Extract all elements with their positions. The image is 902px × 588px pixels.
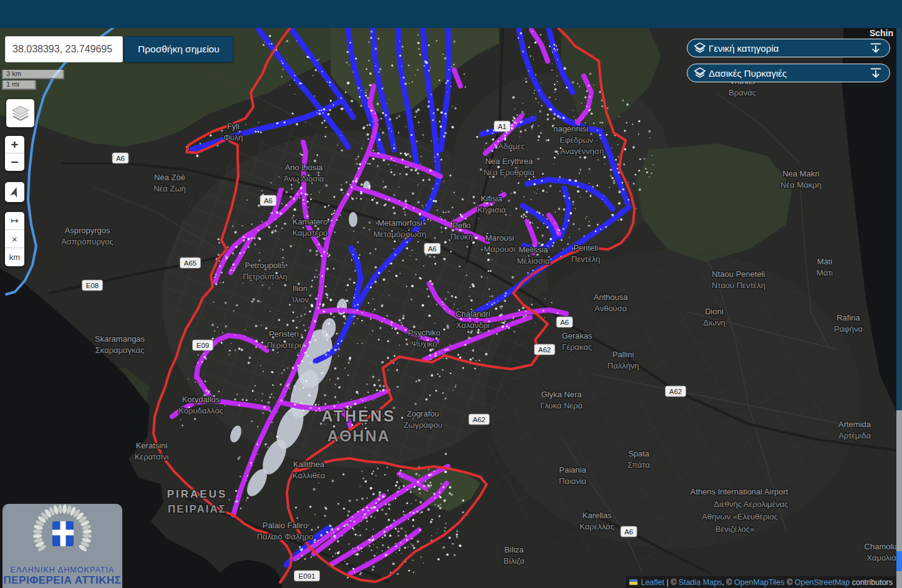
expand-tool-button[interactable]: ↦ <box>5 212 24 230</box>
map-place-label: Καλλιθέα <box>293 471 326 480</box>
dropdown-general-category[interactable]: Γενική κατηγορία <box>687 39 890 57</box>
map-place-label: Kallithea <box>293 460 325 469</box>
map-place-label: Αθηνών «Ελευθέριος <box>702 512 778 521</box>
map-place-label: Metamorfosi <box>377 218 422 228</box>
map-place-label: Korydallos <box>182 395 220 404</box>
svg-text:A6: A6 <box>624 528 633 536</box>
map-place-label: Βενιζέλος» <box>715 524 754 534</box>
dropdown-label: Δασικές Πυρκαγιές <box>709 68 868 79</box>
map-place-label: Anthousa <box>594 292 629 302</box>
leaflet-link[interactable]: Leaflet <box>641 578 664 587</box>
map-place-label: ATHENS <box>322 407 396 425</box>
map-place-label: Keratsini <box>136 441 168 450</box>
map-place-label: Κηφισιά <box>477 205 506 214</box>
map-place-label: Νέα Μάκρη <box>780 180 822 190</box>
map-place-label: Ilion <box>293 284 308 293</box>
unit-km-button[interactable]: km <box>5 248 24 266</box>
download-icon[interactable] <box>868 67 883 79</box>
road-shield: A6 <box>556 317 573 327</box>
map-place-label: Kifisia <box>481 194 503 203</box>
map-place-label: Gerakas <box>561 331 593 340</box>
page-scrollbar[interactable] <box>896 28 902 588</box>
map-place-label: Νέα Ερυθραία <box>483 168 535 177</box>
map-place-label: Καρελλάς <box>580 522 614 531</box>
scale-control: 3 km 1 mi <box>2 70 64 90</box>
openmaptiles-link[interactable]: OpenMapTiles <box>734 578 785 587</box>
map-place-label: Rafina <box>837 313 860 322</box>
map-place-label: Άνω Λιόσια <box>283 174 324 183</box>
svg-text:A1: A1 <box>498 123 507 130</box>
zoom-out-button[interactable]: − <box>5 153 24 171</box>
svg-text:A62: A62 <box>473 416 485 423</box>
road-shield: A1 <box>494 121 510 132</box>
map-place-label: Ψυχικό <box>411 339 437 349</box>
map-place-label: Νταού Πεντέλη <box>712 281 765 290</box>
map-place-label: Παλλήνη <box>608 361 639 370</box>
coordinate-toolbar: Προσθήκη σημείου <box>5 36 233 62</box>
stadia-link[interactable]: Stadia Maps <box>679 578 722 587</box>
map-place-label: Χαμολιά <box>866 553 896 562</box>
dropdown-label: Γενική κατηγορία <box>709 43 868 54</box>
map-place-label: Máti <box>817 257 833 266</box>
map-place-label: Κερατσίνι <box>135 452 169 461</box>
map-attribution: Leaflet | © Stadia Maps, © OpenMapTiles … <box>626 576 896 588</box>
map-place-label: Μαρούσι <box>484 244 516 254</box>
map-place-label: Kamatero <box>293 217 327 226</box>
road-shield: A6 <box>621 526 637 537</box>
map-place-label: Κορυδαλλός <box>178 406 223 415</box>
svg-text:A6: A6 <box>428 245 437 253</box>
map-place-label: Petroupolis <box>245 261 286 270</box>
map-place-label: Zografou <box>407 409 439 418</box>
map-place-label: Μεταμόρφωση <box>373 229 426 239</box>
map-place-label: Ασπρόπυργος <box>61 237 114 246</box>
locate-arrow-icon <box>9 186 21 198</box>
layers-icon <box>694 42 706 54</box>
map-place-label: Psychiko <box>408 328 440 337</box>
map-place-label: Βρανάς <box>729 88 756 97</box>
road-shield: A62 <box>469 414 490 425</box>
map-place-label: Schin <box>870 28 893 38</box>
map-place-label: Σκαραμαγκάς <box>95 345 144 355</box>
map-place-label: Pefki <box>453 221 471 230</box>
osm-link[interactable]: OpenStreetMap <box>795 578 850 587</box>
map-place-label: Skaramangas <box>95 334 145 344</box>
map-place-label: Artemida <box>838 420 871 429</box>
map-place-label: Nea Makri <box>782 169 819 178</box>
top-bar <box>0 0 902 28</box>
map-place-label: Paiania <box>559 465 586 475</box>
locate-button[interactable] <box>5 182 24 202</box>
map[interactable]: A6A6A6A6A6A65A1A62A62A62E08E09E091FyliΦυ… <box>0 28 896 588</box>
map-place-label: Περιστέρι <box>267 340 301 350</box>
map-place-label: Παιανία <box>559 476 587 486</box>
map-place-label: PIRAEUS <box>167 488 228 500</box>
road-shield: A6 <box>424 243 440 254</box>
download-icon[interactable] <box>868 42 883 54</box>
map-place-label: Ζωγράφου <box>404 420 442 430</box>
scale-mi: 1 mi <box>2 80 36 90</box>
map-place-label: Ραφήνα <box>834 324 863 334</box>
map-place-label: Athens International Airport <box>691 487 788 496</box>
map-place-label: Μελίσσια <box>517 256 550 266</box>
coordinates-input[interactable] <box>5 36 123 62</box>
layers-control-button[interactable] <box>6 99 34 127</box>
map-place-label: Σπάτα <box>628 460 651 470</box>
map-place-label: Πετρούπολη <box>243 272 288 281</box>
scrollbar-marker <box>896 551 902 571</box>
svg-text:E08: E08 <box>86 282 99 289</box>
map-place-label: Marousi <box>485 233 514 243</box>
map-place-label: Γέρακας <box>562 342 592 352</box>
close-tool-button[interactable]: × <box>5 230 24 248</box>
svg-text:ΠΕΡΙΦΕΡΕΙΑ ΑΤΤΙΚΗΣ: ΠΕΡΙΦΕΡΕΙΑ ΑΤΤΙΚΗΣ <box>4 574 122 586</box>
map-place-label: Ntaou Peneteli <box>712 269 765 279</box>
map-place-label: ΠΕΙΡΑΙΑΣ <box>168 503 226 515</box>
dropdown-forest-fires[interactable]: Δασικές Πυρκαγιές <box>687 64 890 82</box>
add-point-button[interactable]: Προσθήκη σημείου <box>124 36 233 62</box>
road-shield: A62 <box>535 344 555 355</box>
scale-km: 3 km <box>2 70 64 79</box>
scrollbar-thumb[interactable] <box>896 28 902 410</box>
zoom-in-button[interactable]: + <box>5 136 24 153</box>
map-place-label: Pallini <box>613 350 634 359</box>
svg-text:A6: A6 <box>560 319 569 326</box>
svg-text:A62: A62 <box>669 388 682 395</box>
map-place-label: Γλυκά Νερά <box>540 401 583 410</box>
